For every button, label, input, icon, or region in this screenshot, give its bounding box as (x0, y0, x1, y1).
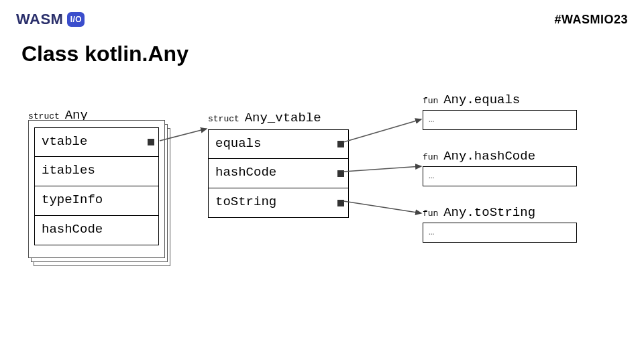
field-vtable: vtable (34, 127, 159, 157)
struct-any-stack: struct Any vtable itables typeInfo hashC… (28, 111, 165, 255)
fun-body-hashcode: … (423, 166, 577, 186)
svg-line-2 (343, 166, 421, 172)
pointer-knob (337, 170, 344, 177)
field-hashcode-vtable: hashCode (208, 159, 349, 188)
svg-line-3 (343, 201, 421, 213)
pointer-knob (337, 200, 344, 206)
function-column: fun Any.equals … fun Any.hashCode … fun … (423, 93, 577, 261)
field-hashcode: hashCode (34, 216, 159, 245)
stack-page-1: vtable itables typeInfo hashCode (28, 120, 165, 258)
struct-vtable-fields: equals hashCode toString (208, 129, 349, 218)
field-itables: itables (34, 157, 159, 186)
slide-title: Class kotlin.Any (21, 42, 189, 66)
pointer-knob (148, 139, 154, 145)
pointer-knob (337, 141, 344, 147)
field-tostring: toString (208, 188, 349, 218)
struct-vtable-label: struct Any_vtable (208, 111, 349, 125)
fun-tostring: fun Any.toString … (423, 205, 577, 243)
slide-header: WASM I/O #WASMIO23 (16, 11, 628, 28)
hashtag: #WASMIO23 (554, 13, 628, 27)
fun-label-tostring: fun Any.toString (423, 205, 577, 220)
struct-any-fields: vtable itables typeInfo hashCode (34, 127, 159, 245)
struct-vtable: struct Any_vtable equals hashCode toStri… (208, 111, 349, 218)
field-typeinfo: typeInfo (34, 186, 159, 216)
fun-hashcode: fun Any.hashCode … (423, 149, 577, 186)
fun-label-equals: fun Any.equals (423, 93, 577, 107)
fun-equals: fun Any.equals … (423, 93, 577, 130)
wasm-io-logo: WASM I/O (16, 11, 85, 28)
svg-line-1 (343, 119, 421, 142)
field-equals: equals (208, 129, 349, 159)
logo-text: WASM (16, 11, 63, 28)
fun-body-tostring: … (423, 223, 577, 243)
fun-label-hashcode: fun Any.hashCode (423, 149, 577, 164)
fun-body-equals: … (423, 110, 577, 130)
logo-badge: I/O (67, 12, 85, 27)
